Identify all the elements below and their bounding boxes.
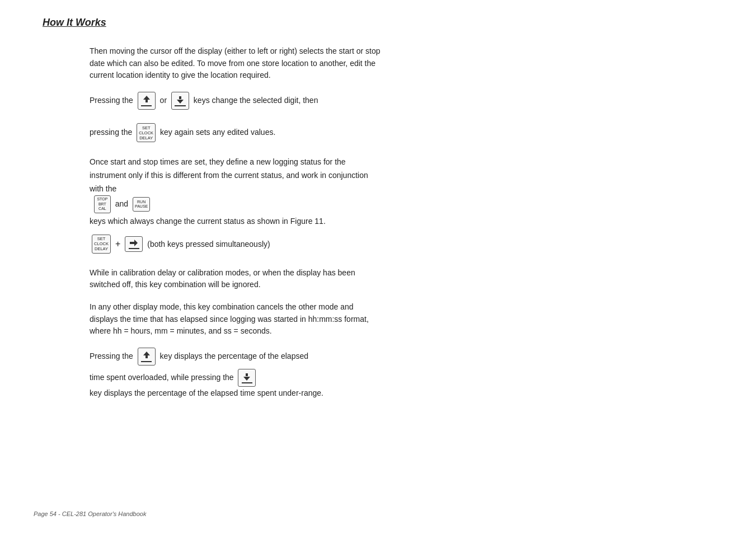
svg-marker-5 — [134, 240, 138, 246]
up-arrow-key-2 — [138, 348, 156, 366]
right-arrow-key — [125, 236, 143, 252]
svg-marker-6 — [143, 352, 150, 355]
svg-rect-4 — [130, 242, 135, 244]
keys-always-text: keys which always change the current sta… — [90, 217, 381, 226]
down-arrow-icon — [176, 95, 184, 104]
intro-paragraph: Then moving the cursor off the display (… — [90, 45, 381, 82]
keys-change-text: keys change the selected digit, then — [194, 94, 318, 107]
down-arrow-key-2 — [238, 369, 256, 387]
or-text: or — [160, 94, 167, 107]
pressing-set-text: pressing the — [90, 126, 132, 139]
stop-brt-cal-key: STOP BRT CAL — [94, 195, 111, 213]
svg-marker-3 — [177, 100, 184, 104]
key-sets-text: key again sets any edited values. — [160, 126, 275, 139]
svg-marker-9 — [243, 377, 250, 381]
up-down-keys-row: Pressing the or keys change the selected… — [90, 92, 403, 110]
up-arrow-icon — [143, 95, 151, 104]
pressing-text: Pressing the — [90, 94, 133, 107]
key-displays-under-text: key displays the percentage of the elaps… — [90, 387, 323, 400]
once-start-section: Once start and stop times are set, they … — [90, 156, 381, 226]
down-arrow-key — [171, 92, 189, 110]
run-pause-key: RUN PAUSE — [133, 197, 150, 212]
page-footer: Page 54 - CEL-281 Operator's Handbook — [34, 510, 146, 517]
set-key-row: pressing the SET CLOCK DELAY key again s… — [90, 123, 403, 142]
page-title: How It Works — [43, 17, 722, 29]
svg-rect-7 — [145, 355, 148, 358]
svg-marker-0 — [143, 96, 150, 100]
svg-rect-2 — [179, 96, 181, 99]
both-keys-text: (both keys pressed simultaneously) — [147, 240, 270, 249]
up-arrow-key — [138, 92, 156, 110]
plus-sign: + — [115, 239, 120, 249]
key-displays-pct-text: key displays the percentage of the elaps… — [160, 350, 308, 363]
time-spent-over-text: time spent overloaded, while pressing th… — [90, 371, 234, 385]
calibration-para: While in calibration delay or calibratio… — [90, 267, 381, 291]
set-plus-right-row: SET CLOCK DELAY + (both keys pressed sim… — [90, 235, 666, 254]
up-arrow-icon-2 — [143, 351, 151, 360]
svg-rect-1 — [145, 100, 148, 102]
once-start-text: Once start and stop times are set, they … — [90, 156, 381, 195]
down-arrow-icon-2 — [243, 372, 251, 381]
pressing-up-key-text: Pressing the — [90, 350, 133, 363]
pressing-up-pct-row: Pressing the key displays the percentage… — [90, 348, 403, 366]
any-other-para: In any other display mode, this key comb… — [90, 301, 381, 338]
time-spent-over-row: time spent overloaded, while pressing th… — [90, 369, 403, 400]
and-text: and — [115, 198, 128, 211]
set-clock-delay-key-2: SET CLOCK DELAY — [92, 235, 111, 254]
svg-rect-8 — [246, 373, 248, 376]
set-clock-delay-key: SET CLOCK DELAY — [137, 123, 156, 142]
right-arrow-icon — [129, 239, 138, 247]
